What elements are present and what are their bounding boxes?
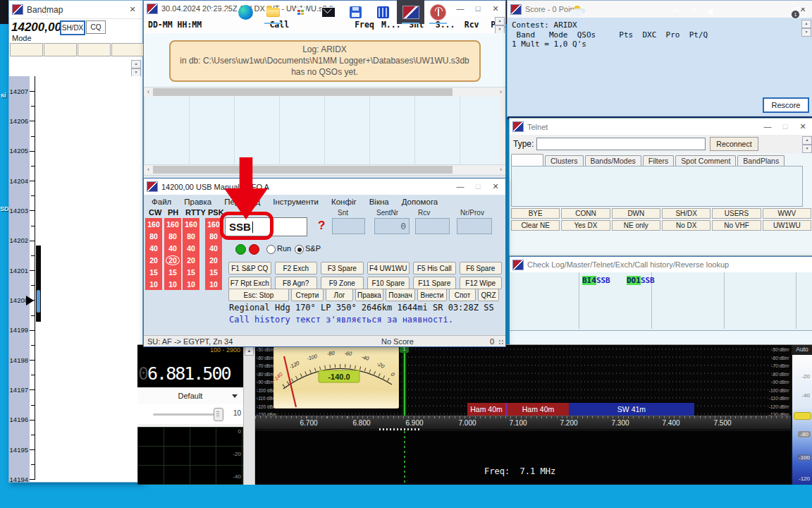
action-button[interactable]: Познач xyxy=(386,289,415,301)
minimize-icon[interactable]: — xyxy=(453,5,467,13)
tab-main[interactable] xyxy=(511,154,543,166)
telnet-command-button[interactable]: Yes DX xyxy=(561,220,610,231)
function-key-button[interactable]: F3 Spare xyxy=(321,262,364,274)
function-key-button[interactable]: F11 Spare xyxy=(413,277,456,289)
explorer-button[interactable] xyxy=(259,0,287,24)
sentnr-field[interactable]: 0 xyxy=(374,218,410,234)
store-button[interactable] xyxy=(287,0,314,24)
maximize-icon[interactable]: □ xyxy=(471,183,485,190)
check-call[interactable]: DO1SSB xyxy=(627,276,655,285)
scale-handle[interactable] xyxy=(794,412,811,420)
band-button[interactable]: 40 xyxy=(183,242,199,254)
telnet-titlebar[interactable]: Telnet — □ ✕ xyxy=(510,119,812,135)
column-header[interactable]: Rcv xyxy=(465,20,491,30)
menu-item[interactable]: Правка xyxy=(178,198,218,206)
band-button[interactable]: 10 xyxy=(164,278,181,290)
rf-spectrum[interactable]: -50 dBm-60 dBm-70 dBm-80 dBm-90 dBm-100 … xyxy=(255,345,791,416)
rescore-button[interactable]: Rescore xyxy=(763,97,809,113)
scrollbar-thumb[interactable] xyxy=(153,88,453,96)
n1mm-taskbar-button[interactable] xyxy=(397,0,424,24)
floppy-app-button[interactable] xyxy=(342,0,369,24)
function-key-button[interactable]: F2 Exch xyxy=(275,262,318,274)
telnet-tab[interactable]: Filters xyxy=(643,155,675,166)
band-button[interactable]: 20 xyxy=(183,254,199,266)
band-button[interactable]: 15 xyxy=(183,266,199,278)
bandmap-zoom-spinner[interactable]: ▲▼ xyxy=(131,60,141,77)
slider-track[interactable] xyxy=(153,413,221,416)
entry-titlebar[interactable]: 14200,00 USB Manual - VFO A — □ ✕ xyxy=(144,179,505,195)
scroll-left-icon[interactable]: ‹ xyxy=(144,87,153,97)
check-columns[interactable]: BI4SSB DO1SSB xyxy=(510,272,812,329)
function-key-button[interactable]: F10 Spare xyxy=(367,277,410,289)
mode-box[interactable] xyxy=(10,43,43,56)
function-key-button[interactable]: F4 UW1WU xyxy=(367,262,410,274)
check-call[interactable]: BI4SSB xyxy=(582,276,610,285)
notification-icon[interactable]: 1 xyxy=(794,7,806,18)
action-button[interactable]: Стерти xyxy=(291,289,324,301)
preset-dropdown[interactable]: Default xyxy=(137,387,243,405)
action-button[interactable]: QRZ xyxy=(478,289,499,301)
menu-item[interactable]: Конфіг xyxy=(325,198,363,206)
band-button[interactable]: 15 xyxy=(164,266,181,278)
band-button[interactable]: 10 xyxy=(145,278,162,290)
telnet-tab[interactable]: Spot Comment xyxy=(675,155,736,166)
rcv-field[interactable] xyxy=(415,218,450,234)
band-button[interactable]: 40 xyxy=(164,242,181,254)
maximize-icon[interactable]: □ xyxy=(778,123,792,131)
auto-label[interactable]: Auto xyxy=(792,346,812,353)
telnet-command-button[interactable]: BYE xyxy=(511,208,560,219)
minimize-icon[interactable]: — xyxy=(453,183,467,190)
scrollbar-thumb[interactable] xyxy=(153,166,453,174)
sdr-divider[interactable]: ▲ xyxy=(243,345,255,485)
wifi-icon[interactable] xyxy=(689,8,700,16)
function-key-button[interactable]: F5 His Call xyxy=(413,262,456,274)
telnet-command-input[interactable] xyxy=(536,138,706,150)
weather-icon[interactable] xyxy=(568,6,586,18)
edge-button[interactable] xyxy=(232,0,259,24)
log-vscrollbar[interactable] xyxy=(500,97,505,164)
telnet-tab[interactable]: BandPlans xyxy=(737,155,785,166)
resize-grip[interactable] xyxy=(498,339,504,345)
band-ribbon[interactable]: SW 41m xyxy=(569,403,694,416)
menu-item[interactable]: Файл xyxy=(145,198,178,206)
frequency-axis[interactable]: 6.7006.8006.9007.0007.1007.2007.3007.400… xyxy=(255,416,791,429)
action-button[interactable]: Esc: Stop xyxy=(228,289,289,301)
function-key-button[interactable]: F9 Zone xyxy=(321,277,364,289)
run-radio[interactable] xyxy=(266,245,276,254)
mode-box[interactable] xyxy=(44,43,77,56)
sp-radio[interactable] xyxy=(295,245,304,254)
mode-box[interactable] xyxy=(111,43,144,56)
telnet-output-area[interactable] xyxy=(511,166,803,207)
mail-button[interactable] xyxy=(314,0,342,24)
telnet-spinner[interactable]: ▲▼ xyxy=(802,136,812,153)
waterfall-scale-panel[interactable]: Auto -20-40-80-100-120 xyxy=(792,345,812,485)
scroll-right-icon[interactable]: › xyxy=(496,87,505,97)
log-pane-current[interactable]: Log: ARIDXin db: C:\Users\uw1wu\Document… xyxy=(144,33,505,87)
score-spinner[interactable]: ▲▼ xyxy=(801,20,811,37)
telnet-tab[interactable]: Clusters xyxy=(545,155,584,166)
close-icon[interactable]: ✕ xyxy=(796,123,810,131)
bandmap-titlebar[interactable]: Bandmap ✕ xyxy=(9,1,142,19)
function-key-button[interactable]: F7 Rpt Exch xyxy=(228,277,271,289)
band-button[interactable]: 40 xyxy=(205,242,222,254)
taskview-button[interactable] xyxy=(204,0,232,24)
telnet-command-button[interactable]: No VHF xyxy=(712,220,761,231)
telnet-command-button[interactable]: SH/DX xyxy=(662,208,710,219)
action-button[interactable]: Спот xyxy=(449,289,476,301)
score-titlebar[interactable]: Score - 0 Points ✕ xyxy=(508,1,812,18)
telnet-command-button[interactable]: DWN xyxy=(612,208,660,219)
radio-app-button[interactable] xyxy=(424,0,452,24)
desktop-icon-label[interactable]: SD xyxy=(0,205,9,212)
band-button[interactable]: 20 xyxy=(205,254,222,266)
slider-handle[interactable] xyxy=(214,408,223,421)
function-key-button[interactable]: F1 S&P CQ xyxy=(228,262,271,274)
function-key-button[interactable]: F6 Spare xyxy=(460,262,503,274)
band-button[interactable]: 10 xyxy=(183,278,199,290)
log-pane-other[interactable] xyxy=(144,97,505,164)
action-button[interactable]: Лог xyxy=(326,289,353,301)
telnet-command-button[interactable]: USERS xyxy=(712,208,761,219)
nrprov-field[interactable] xyxy=(457,218,492,234)
minimize-icon[interactable]: — xyxy=(761,123,775,131)
band-button[interactable]: 80 xyxy=(164,230,181,242)
band-button[interactable]: 160 xyxy=(145,218,162,230)
